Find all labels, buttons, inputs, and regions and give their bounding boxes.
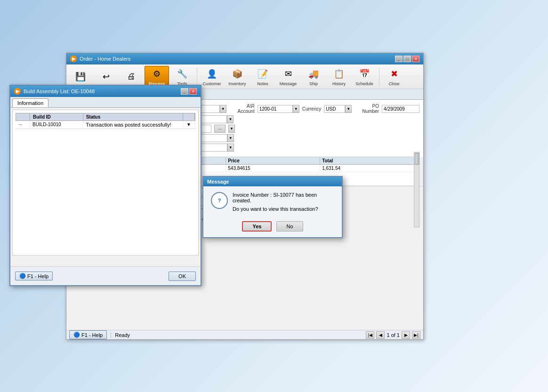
close-window-button[interactable]: ✕	[412, 56, 419, 62]
toolbar-inventory-btn[interactable]: 📦 Inventory	[225, 66, 250, 88]
page-info: 1 of 1	[387, 332, 400, 338]
order-status-bar: 🔵 F1 - Help Ready |◀ ◀ 1 of 1 ▶ ▶|	[66, 330, 423, 339]
grid-header-total: Total	[320, 157, 414, 164]
message-buttons: Yes No	[203, 217, 342, 237]
form-scrollbar[interactable]	[414, 152, 419, 227]
transaction-type-dropdown-btn[interactable]: ▼	[220, 105, 226, 113]
build-footer: 🔵 F1 - Help OK	[10, 266, 201, 285]
message-no-btn[interactable]: No	[276, 221, 303, 232]
build-row-status: Transaction was posted successfully!	[83, 121, 184, 128]
print-icon: 🖨	[125, 70, 138, 83]
build-assembly-dialog: ▶ Build Assembly List: OE-10048 _ ✕ Info…	[9, 85, 201, 286]
nav-first-btn[interactable]: |◀	[366, 331, 374, 339]
build-minimize-btn[interactable]: _	[181, 88, 188, 95]
toolbar-ship-btn[interactable]: 🚚 Ship	[301, 66, 326, 88]
build-help-icon: 🔵	[19, 273, 26, 279]
build-title-left: ▶ Build Assembly List: OE-10048	[14, 88, 95, 95]
order-status-text: Ready	[111, 332, 130, 338]
currency-input[interactable]	[324, 105, 345, 113]
ar-account-dropdown-btn[interactable]: ▼	[293, 105, 299, 113]
page-nav: |◀ ◀ 1 of 1 ▶ ▶|	[366, 331, 420, 339]
toolbar-save-btn[interactable]: 💾	[68, 66, 93, 88]
tools-icon: 🔧	[176, 67, 189, 80]
build-title: Build Assembly List: OE-10048	[24, 88, 95, 94]
minimize-button[interactable]: _	[395, 56, 403, 62]
help-icon: 🔵	[73, 332, 80, 338]
po-number-input[interactable]	[382, 105, 419, 113]
build-col-action	[183, 113, 195, 120]
grid-cell-price: 543.84615	[226, 165, 320, 172]
schedule-icon: 📅	[358, 67, 371, 80]
ar-account-container: ▼	[258, 105, 299, 113]
ship-via-dropdown-btn[interactable]: ▼	[227, 134, 234, 142]
toolbar-message-btn[interactable]: ✉ Message	[276, 66, 300, 88]
close-icon: ✖	[387, 67, 401, 80]
inventory-label: Inventory	[228, 81, 246, 86]
ar-account-input[interactable]	[258, 105, 293, 113]
order-help-btn[interactable]: 🔵 F1 - Help	[69, 330, 107, 339]
toolbar-close-btn[interactable]: ✖ Close	[382, 66, 406, 88]
process-icon: ⚙	[150, 67, 163, 80]
sales-rep-browse-btn[interactable]: ···	[214, 125, 226, 133]
build-col-icon	[16, 113, 30, 120]
message-label: Message	[280, 81, 297, 86]
order-help-label: F1 - Help	[81, 332, 103, 338]
build-ok-label: OK	[178, 273, 186, 279]
order-title: Order - Home Dealers	[80, 56, 130, 62]
ship-icon: 🚚	[307, 67, 320, 80]
toolbar-notes-btn[interactable]: 📝 Notes	[250, 66, 275, 88]
build-info-tab[interactable]: Information	[12, 98, 48, 107]
build-col-id: Build ID	[30, 113, 83, 120]
save-icon: 💾	[74, 70, 87, 83]
toolbar-print-btn[interactable]: 🖨	[119, 66, 144, 88]
nav-prev-btn[interactable]: ◀	[376, 331, 385, 339]
message-yes-btn[interactable]: Yes	[242, 221, 272, 232]
build-icon: ▶	[14, 88, 21, 95]
sales-rep-dropdown-btn[interactable]: ▼	[228, 125, 235, 133]
customer-icon: 👤	[205, 67, 218, 80]
history-label: History	[332, 81, 346, 86]
currency-container: ▼	[324, 105, 352, 113]
po-number-label: PO Number	[355, 104, 379, 114]
build-tab-label: Information	[17, 100, 43, 106]
nav-last-btn[interactable]: ▶|	[412, 331, 420, 339]
toolbar-process-btn[interactable]: ⚙ Process	[145, 66, 169, 88]
terms-dropdown-btn[interactable]: ▼	[227, 144, 234, 152]
customer-label: Customer	[202, 81, 221, 86]
no-label: No	[286, 224, 293, 229]
message-titlebar: Message	[203, 177, 342, 186]
message-text-block: Invoice Number : SI-10077 has been creat…	[233, 192, 334, 212]
build-titlebar: ▶ Build Assembly List: OE-10048 _ ✕	[10, 86, 201, 97]
message-line2: Do you want to view this transaction?	[233, 206, 334, 212]
grid-cell-total: 1,631.54	[320, 165, 414, 172]
build-row-dropdown[interactable]: ▼	[184, 121, 195, 128]
order-titlebar: ▶ Order - Home Dealers _ □ ✕	[66, 53, 423, 64]
ar-account-label: A\R Account	[229, 104, 255, 114]
toolbar-history-btn[interactable]: 📋 History	[327, 66, 351, 88]
build-row-id: BUILD-10010	[30, 121, 83, 128]
currency-label: Currency	[302, 106, 322, 112]
toolbar-undo-btn[interactable]: ↩	[94, 66, 118, 88]
toolbar-customer-btn[interactable]: 👤 Customer	[200, 66, 224, 88]
build-ok-btn[interactable]: OK	[169, 272, 196, 281]
nav-next-btn[interactable]: ▶	[402, 331, 410, 339]
currency-dropdown-btn[interactable]: ▼	[345, 105, 352, 113]
build-row-icon: ···	[16, 121, 30, 128]
toolbar-schedule-btn[interactable]: 📅 Schedule	[352, 66, 377, 88]
build-help-btn[interactable]: 🔵 F1 - Help	[15, 272, 53, 280]
maximize-button[interactable]: □	[403, 56, 411, 62]
build-window-controls: _ ✕	[181, 88, 197, 95]
toolbar-separator-1	[197, 67, 197, 86]
yes-label: Yes	[252, 224, 261, 229]
build-data-row: ··· BUILD-10010 Transaction was posted s…	[16, 121, 195, 129]
build-table-header: Build ID Status	[16, 113, 195, 121]
close-label: Close	[388, 81, 399, 86]
toolbar-tools-btn[interactable]: 🔧 Tools	[170, 66, 194, 88]
build-close-btn[interactable]: ✕	[189, 88, 197, 95]
status-dropdown-btn[interactable]: ▼	[227, 115, 234, 123]
ship-label: Ship	[309, 81, 318, 86]
build-col-status: Status	[83, 113, 183, 120]
toolbar-separator-2	[379, 67, 379, 86]
message-line1: Invoice Number : SI-10077 has been creat…	[233, 192, 334, 203]
build-help-label: F1 - Help	[27, 273, 48, 279]
